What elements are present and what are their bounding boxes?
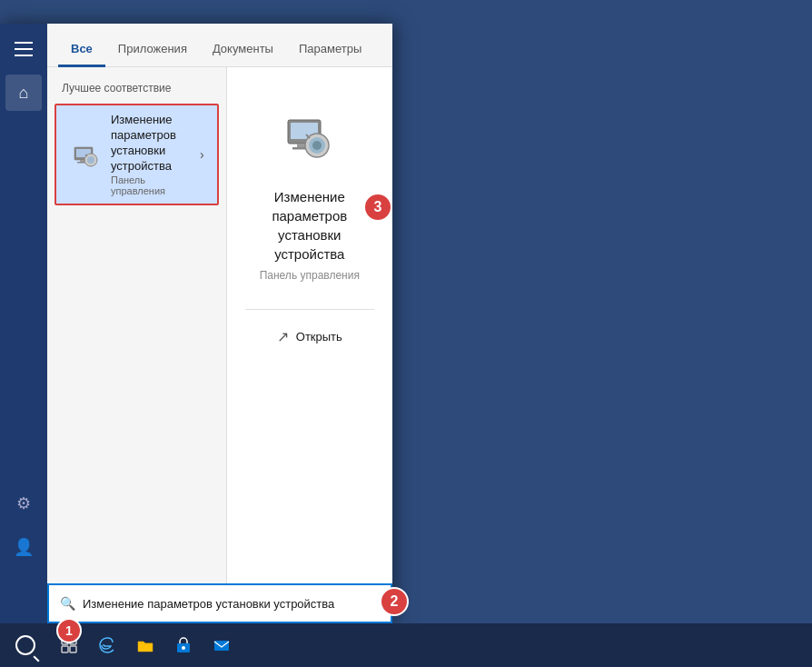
badge-3: 3 xyxy=(363,193,392,222)
taskbar xyxy=(0,623,812,667)
taskbar-edge-button[interactable] xyxy=(89,627,125,663)
preview-open-button[interactable]: ↗ Открыть xyxy=(277,328,342,345)
search-input[interactable]: Изменение параметров установки устройств… xyxy=(83,597,380,611)
taskbar-search-icon xyxy=(15,635,35,655)
results-right: Изменение параметров установки устройств… xyxy=(227,67,392,623)
taskbar-search-area xyxy=(7,627,44,663)
search-tabs: Все Приложения Документы Параметры xyxy=(47,24,392,67)
tab-docs[interactable]: Документы xyxy=(200,33,286,67)
search-bar-icon: 🔍 xyxy=(60,596,75,611)
home-icon: ⌂ xyxy=(19,84,29,103)
taskbar-store-button[interactable] xyxy=(165,627,202,663)
sidebar-item-home[interactable]: ⌂ xyxy=(5,75,42,111)
hamburger-button[interactable] xyxy=(5,31,42,67)
result-text: Изменение параметров установки устройств… xyxy=(111,113,200,196)
svg-point-20 xyxy=(182,646,185,650)
section-header: Лучшее соответствие xyxy=(47,76,226,100)
result-subtitle: Панель управления xyxy=(111,174,200,196)
best-match-item[interactable]: Изменение параметров установки устройств… xyxy=(54,104,219,205)
sidebar: ⌂ ⚙ 👤 xyxy=(0,24,47,623)
badge-2: 2 xyxy=(380,587,409,616)
hamburger-line-3 xyxy=(15,55,33,56)
badge-1: 1 xyxy=(56,618,82,643)
taskbar-search-button[interactable] xyxy=(7,627,44,663)
preview-subtitle: Панель управления xyxy=(260,269,360,282)
arrow-icon: › xyxy=(200,147,204,162)
tab-settings[interactable]: Параметры xyxy=(286,33,374,67)
start-menu: ⌂ ⚙ 👤 Все Приложения xyxy=(0,24,392,623)
results-left: Лучшее соответствие xyxy=(47,67,227,623)
open-icon: ↗ xyxy=(277,328,289,345)
preview-action-label: Открыть xyxy=(296,330,342,343)
settings-icon: ⚙ xyxy=(16,493,31,513)
svg-point-5 xyxy=(87,156,94,164)
tab-all[interactable]: Все xyxy=(58,33,105,67)
result-title: Изменение параметров установки устройств… xyxy=(111,113,200,174)
hamburger-line-2 xyxy=(15,48,33,50)
preview-divider xyxy=(245,309,374,310)
svg-rect-21 xyxy=(214,641,229,651)
result-device-icon xyxy=(69,138,102,171)
user-icon: 👤 xyxy=(14,537,34,557)
sidebar-item-user[interactable]: 👤 xyxy=(5,529,42,565)
svg-rect-17 xyxy=(62,646,68,652)
preview-icon xyxy=(277,104,342,169)
search-content: Все Приложения Документы Параметры Лучше… xyxy=(47,24,392,623)
hamburger-line-1 xyxy=(15,42,33,44)
svg-point-13 xyxy=(312,141,322,150)
sidebar-bottom: ⚙ 👤 xyxy=(5,485,42,569)
search-bar-container: 🔍 Изменение параметров установки устройс… xyxy=(47,583,392,623)
preview-title: Изменение параметров установки устройств… xyxy=(245,187,374,264)
taskbar-explorer-button[interactable] xyxy=(127,627,163,663)
taskbar-mail-button[interactable] xyxy=(203,627,240,663)
tab-apps[interactable]: Приложения xyxy=(105,33,200,67)
svg-rect-18 xyxy=(70,646,76,652)
search-results: Лучшее соответствие xyxy=(47,67,392,623)
desktop: ⌂ ⚙ 👤 Все Приложения xyxy=(0,0,812,667)
sidebar-item-settings[interactable]: ⚙ xyxy=(5,485,42,522)
